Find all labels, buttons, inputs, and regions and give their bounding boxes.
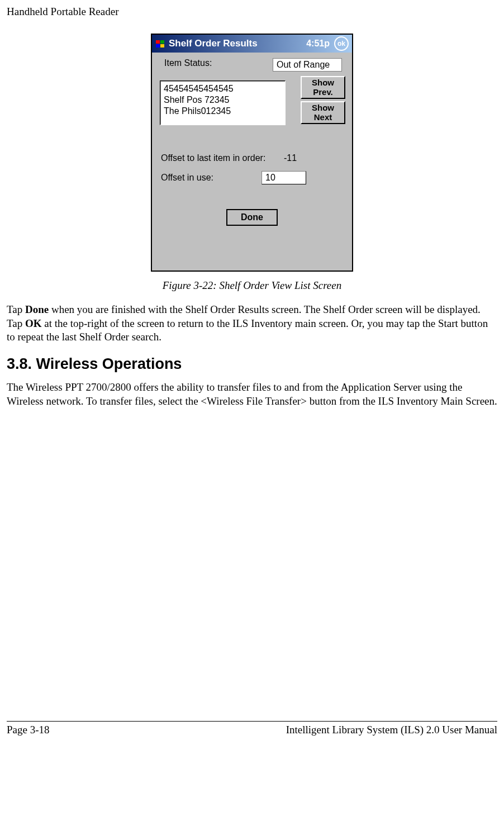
footer-left: Page 3-18 [7,724,50,736]
app-icon [155,39,165,49]
done-button[interactable]: Done [226,209,278,226]
window-title: Shelf Order Results [169,38,306,49]
title-bar: Shelf Order Results 4:51p ok [152,35,352,53]
page-footer: Page 3-18 Intelligent Library System (IL… [7,721,497,736]
ok-button[interactable]: ok [334,36,349,51]
p1-e: at the top-right of the screen to return… [7,317,488,343]
paragraph-2: The Wireless PPT 2700/2800 offers the ab… [7,381,497,408]
item-status-label: Item Status: [164,58,212,72]
item-line-3: The Phils012345 [164,106,282,117]
item-status-value: Out of Range [273,58,342,72]
p1-done: Done [25,303,49,315]
show-prev-button[interactable]: Show Prev. [301,76,345,99]
p1-a: Tap [7,303,25,315]
clock-time: 4:51p [306,39,330,49]
show-next-button[interactable]: Show Next [301,101,345,124]
svg-rect-0 [156,40,160,44]
item-line-2: Shelf Pos 72345 [164,94,282,106]
offset-last-value: -11 [284,153,297,163]
page-header: Handheld Portable Reader [7,6,497,18]
device-body: Item Status: Out of Range 45454545454545… [152,53,352,271]
offset-in-use-label: Offset in use: [161,173,261,183]
offset-in-use-input[interactable] [261,171,306,184]
figure-caption: Figure 3-22: Shelf Order View List Scree… [7,279,497,292]
item-line-1: 45454545454545 [164,83,282,94]
p1-ok: OK [25,317,42,329]
offset-last-label: Offset to last item in order: [161,153,284,163]
paragraph-1: Tap Done when you are finished with the … [7,303,497,344]
section-heading: 3.8. Wireless Operations [7,355,497,373]
svg-rect-1 [160,40,164,44]
footer-right: Intelligent Library System (ILS) 2.0 Use… [286,724,497,736]
device-screenshot: Shelf Order Results 4:51p ok Item Status… [151,34,353,272]
svg-rect-3 [160,44,164,48]
item-details-box: 45454545454545 Shelf Pos 72345 The Phils… [160,80,286,125]
svg-rect-2 [156,44,160,48]
figure-wrap: Shelf Order Results 4:51p ok Item Status… [7,34,497,292]
